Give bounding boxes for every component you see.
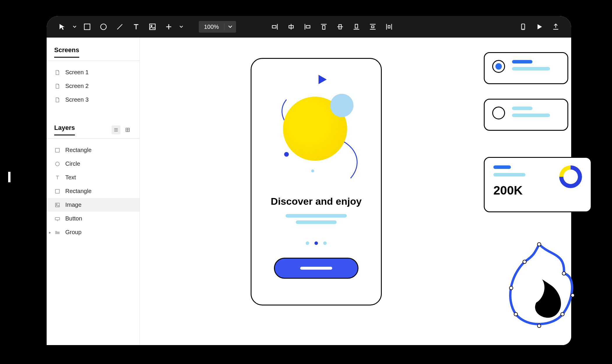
option-card-selected[interactable] bbox=[484, 52, 568, 84]
align-bottom-icon[interactable] bbox=[350, 20, 363, 33]
distribute-v-icon[interactable] bbox=[366, 20, 379, 33]
svg-rect-12 bbox=[323, 26, 325, 29]
vertex-handle[interactable] bbox=[537, 243, 541, 246]
layer-label: Group bbox=[65, 229, 82, 236]
layers-panel-title: Layers bbox=[54, 124, 75, 135]
zoom-dropdown-icon[interactable] bbox=[224, 25, 236, 28]
add-tool-dropdown[interactable] bbox=[178, 20, 184, 33]
text-tool[interactable] bbox=[129, 20, 143, 33]
device-preview-icon[interactable] bbox=[516, 20, 530, 33]
rectangle-icon bbox=[54, 147, 61, 153]
vertex-handle[interactable] bbox=[571, 294, 574, 297]
svg-rect-3 bbox=[150, 24, 155, 30]
vertex-handle[interactable] bbox=[562, 272, 566, 275]
screen-label: Screen 1 bbox=[65, 69, 89, 76]
layer-label: Rectangle bbox=[65, 188, 92, 195]
vertex-handle[interactable] bbox=[561, 312, 564, 316]
page-icon bbox=[54, 97, 61, 103]
vertex-handle[interactable] bbox=[537, 324, 541, 328]
svg-rect-0 bbox=[84, 24, 90, 30]
folder-icon bbox=[54, 229, 61, 236]
svg-line-2 bbox=[117, 24, 122, 29]
vertex-handle[interactable] bbox=[523, 260, 526, 264]
screen-label: Screen 3 bbox=[65, 96, 89, 103]
play-preview-icon[interactable] bbox=[533, 20, 546, 33]
layer-item-rectangle[interactable]: Rectangle bbox=[47, 143, 140, 157]
stat-label-placeholder bbox=[493, 165, 511, 169]
text-cursor bbox=[8, 172, 10, 182]
align-middle-v-icon[interactable] bbox=[333, 20, 347, 33]
vector-shape-editing[interactable] bbox=[507, 241, 577, 329]
add-tool[interactable] bbox=[162, 20, 175, 33]
primary-button[interactable] bbox=[274, 258, 358, 279]
text-icon bbox=[54, 174, 61, 181]
align-right-icon[interactable] bbox=[268, 20, 282, 33]
align-left-icon[interactable] bbox=[301, 20, 314, 33]
screen-item[interactable]: Screen 3 bbox=[47, 93, 140, 107]
option-card[interactable] bbox=[484, 99, 568, 131]
screen-label: Screen 2 bbox=[65, 83, 89, 89]
distribute-h-icon[interactable] bbox=[382, 20, 396, 33]
design-app-window: 100% bbox=[47, 16, 571, 345]
circle-icon bbox=[54, 161, 61, 167]
button-label-placeholder bbox=[300, 267, 332, 270]
phone-title: Discover and enjoy bbox=[252, 196, 381, 207]
ellipse-tool[interactable] bbox=[97, 20, 110, 33]
svg-point-32 bbox=[55, 162, 59, 166]
rectangle-tool[interactable] bbox=[80, 20, 94, 33]
page-indicator[interactable] bbox=[252, 241, 381, 245]
svg-rect-16 bbox=[355, 24, 358, 28]
vertex-handle[interactable] bbox=[514, 312, 518, 316]
page-dot[interactable] bbox=[323, 241, 327, 245]
align-center-h-icon[interactable] bbox=[284, 20, 298, 33]
light-blue-circle bbox=[330, 94, 354, 117]
svg-rect-33 bbox=[55, 189, 59, 193]
donut-chart-icon bbox=[559, 165, 582, 188]
svg-rect-6 bbox=[272, 26, 276, 28]
svg-point-35 bbox=[56, 204, 57, 204]
layer-item-group[interactable]: ▸ Group bbox=[47, 225, 140, 239]
screen-item[interactable]: Screen 2 bbox=[47, 79, 140, 93]
page-icon bbox=[54, 83, 61, 89]
layer-item-image[interactable]: Image bbox=[47, 198, 140, 212]
svg-rect-34 bbox=[55, 203, 59, 207]
page-icon bbox=[54, 69, 61, 76]
layer-label: Text bbox=[65, 174, 76, 181]
svg-point-4 bbox=[151, 25, 152, 26]
page-dot[interactable] bbox=[306, 241, 309, 245]
svg-rect-36 bbox=[55, 217, 60, 220]
page-dot-active[interactable] bbox=[314, 241, 318, 245]
card-text-placeholder bbox=[512, 60, 560, 70]
select-tool-dropdown[interactable] bbox=[72, 20, 78, 33]
svg-rect-31 bbox=[55, 148, 59, 152]
canvas[interactable]: Discover and enjoy bbox=[140, 38, 571, 345]
layer-item-button[interactable]: Button bbox=[47, 212, 140, 225]
vertex-handle[interactable] bbox=[509, 286, 513, 290]
button-icon bbox=[54, 215, 61, 222]
align-top-icon[interactable] bbox=[317, 20, 330, 33]
export-icon[interactable] bbox=[549, 20, 562, 33]
svg-rect-22 bbox=[388, 26, 390, 28]
svg-point-1 bbox=[101, 24, 106, 30]
zoom-control[interactable]: 100% bbox=[199, 21, 236, 33]
layer-item-text[interactable]: Text bbox=[47, 171, 140, 184]
stat-metric: 200K bbox=[493, 183, 525, 197]
stat-sublabel-placeholder bbox=[493, 173, 525, 176]
radio-unselected[interactable] bbox=[492, 107, 505, 119]
layers-grid-view-icon[interactable] bbox=[123, 126, 132, 134]
layer-item-circle[interactable]: Circle bbox=[47, 157, 140, 171]
select-tool[interactable] bbox=[55, 20, 69, 33]
blue-dot bbox=[284, 152, 289, 157]
chevron-right-icon[interactable]: ▸ bbox=[49, 230, 51, 235]
stat-card[interactable]: 200K bbox=[484, 157, 592, 212]
image-tool[interactable] bbox=[146, 20, 159, 33]
layers-list-view-icon[interactable] bbox=[112, 126, 120, 134]
line-tool[interactable] bbox=[113, 20, 126, 33]
layer-item-rectangle[interactable]: Rectangle bbox=[47, 184, 140, 198]
screen-item[interactable]: Screen 1 bbox=[47, 66, 140, 79]
radio-selected[interactable] bbox=[492, 60, 505, 73]
sidebar: Screens Screen 1 Screen 2 Screen 3 Layer… bbox=[47, 38, 140, 345]
phone-mockup[interactable]: Discover and enjoy bbox=[251, 58, 382, 305]
layer-label: Circle bbox=[65, 160, 80, 167]
layer-label: Button bbox=[65, 215, 82, 222]
